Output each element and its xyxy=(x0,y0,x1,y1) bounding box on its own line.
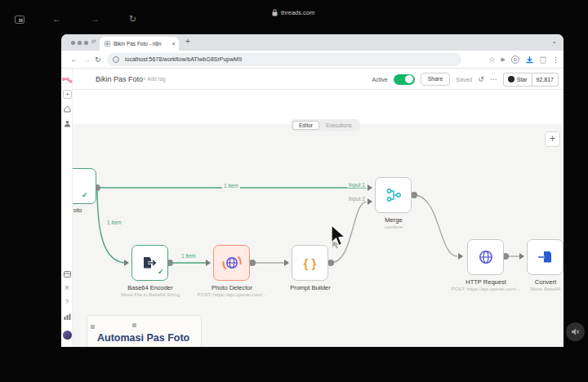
pinned-tab-icon[interactable]: ⇄ xyxy=(91,38,96,45)
add-tag-button[interactable]: + Add tag xyxy=(143,69,166,90)
globe-spinner-icon xyxy=(221,252,243,273)
add-node-button[interactable]: + xyxy=(545,131,560,147)
star-count: 92,817 xyxy=(532,73,558,86)
file-arrow-icon xyxy=(142,255,158,270)
browser-toolbar: ← → ↻ localhost:5678/workflow/bATIwbG8Sr… xyxy=(61,51,564,69)
tab-title: Bikin Pas Foto - n8n xyxy=(114,37,169,51)
pip-icon[interactable] xyxy=(15,16,24,24)
back-button[interactable]: ← xyxy=(70,51,78,69)
frame-site-indicator: threads.com xyxy=(272,9,314,16)
more-options-icon[interactable]: ⋯ xyxy=(490,75,497,83)
home-icon[interactable] xyxy=(64,105,71,113)
url-text[interactable]: localhost:5678/workflow/bATIwbG8SrPupwM9 xyxy=(125,53,242,66)
browser-window: ⇄ Bikin Pas Foto - n8n × + ⌄ ← → ↻ local… xyxy=(61,34,564,347)
merge-input1-label: Input 1 xyxy=(347,182,367,188)
frame-reload-icon[interactable]: ↻ xyxy=(129,15,136,24)
node-label: Merge xyxy=(345,216,443,224)
n8n-sidebar: + X ? xyxy=(61,69,73,347)
view-tabs: Editor Executions xyxy=(291,119,360,131)
history-icon[interactable]: ↺ xyxy=(478,75,484,83)
node-subtitle: combine xyxy=(336,224,451,229)
workflow-edges xyxy=(73,124,564,347)
add-workflow-button[interactable]: + xyxy=(63,90,72,99)
file-arrow-icon xyxy=(537,250,553,264)
sticky-note[interactable]: Automasi Pas Foto threads.com/@equan_p xyxy=(87,315,202,347)
github-star-widget[interactable]: Star 92,817 xyxy=(503,73,559,87)
window-minimize-button[interactable] xyxy=(78,41,82,45)
success-check-icon: ✓ xyxy=(82,191,88,199)
github-icon xyxy=(508,76,514,82)
tab-strip: ⇄ Bikin Pas Foto - n8n × + ⌄ xyxy=(61,34,564,51)
node-subtitle: Move Base64 xyxy=(488,286,564,291)
variables-icon[interactable]: X xyxy=(61,284,73,291)
bookmark-star-icon[interactable]: ☆ xyxy=(489,56,496,64)
merge-input2-label: Input 2 xyxy=(347,196,367,202)
trash-icon[interactable] xyxy=(540,56,546,64)
node-trigger[interactable]: ✓ xyxy=(73,168,96,204)
browser-tab[interactable]: Bikin Pas Foto - n8n × xyxy=(100,37,179,51)
mute-button[interactable] xyxy=(566,322,585,341)
lock-icon xyxy=(272,9,278,16)
node-http-request[interactable] xyxy=(467,239,504,275)
node-subtitle: POST: https://api.openai.com/... xyxy=(175,292,289,297)
n8n-app: + X ? xyxy=(61,69,564,347)
edge-item-count: 1 item xyxy=(180,253,198,259)
active-toggle[interactable] xyxy=(394,74,415,85)
star-label: Star xyxy=(517,77,528,82)
node-base64-encoder[interactable]: ✓ xyxy=(131,245,168,281)
new-tab-button[interactable]: + xyxy=(185,37,190,46)
frame-forward-icon[interactable]: → xyxy=(91,15,100,24)
node-convert-to-file[interactable] xyxy=(527,239,564,275)
help-icon[interactable]: ? xyxy=(61,298,73,305)
download-icon[interactable] xyxy=(525,56,534,64)
frame-back-icon[interactable]: ← xyxy=(52,15,61,24)
tab-close-icon[interactable]: × xyxy=(172,37,176,51)
edge-item-count: 1 item xyxy=(222,183,240,189)
node-merge[interactable] xyxy=(375,177,412,213)
tab-editor[interactable]: Editor xyxy=(292,121,319,130)
braces-icon: { } xyxy=(304,257,317,269)
mouse-cursor xyxy=(330,224,348,249)
browser-menu-icon[interactable]: ⋮ xyxy=(552,56,559,64)
node-label: Convert xyxy=(497,278,564,286)
workflow-header: Bikin Pas Foto + Add tag Active Share Sa… xyxy=(73,69,564,90)
edge-item-count: 1 item xyxy=(105,220,123,225)
video-frame: ← → ↻ threads.com ⇄ Bi xyxy=(0,0,588,382)
address-bar[interactable]: localhost:5678/workflow/bATIwbG8SrPupwM9 xyxy=(107,53,461,66)
side-panel-icon[interactable]: ▶ xyxy=(501,56,506,63)
insights-icon[interactable] xyxy=(64,313,71,320)
note-resize-handle[interactable] xyxy=(91,325,95,329)
node-prompt-builder[interactable]: { } xyxy=(292,245,328,281)
muted-speaker-icon xyxy=(571,327,580,336)
node-photo-detector[interactable] xyxy=(213,245,250,281)
workflow-canvas[interactable]: 1 item 1 item 1 item Input 1 Input 2 ✓ o… xyxy=(73,124,564,347)
note-resize-handle[interactable] xyxy=(132,323,136,327)
window-zoom-button[interactable] xyxy=(84,41,88,45)
header-actions: Active Share Saved ↺ ⋯ Star 92,817 xyxy=(372,69,559,90)
workflow-title[interactable]: Bikin Pas Foto xyxy=(96,69,143,90)
user-avatar[interactable] xyxy=(63,331,72,340)
active-label: Active xyxy=(372,77,388,82)
window-close-button[interactable] xyxy=(71,41,75,45)
toolbar-actions: ☆ ▶ D ⋮ xyxy=(489,51,559,69)
success-check-icon: ✓ xyxy=(158,268,164,276)
n8n-logo-icon xyxy=(62,77,73,84)
saved-status: Saved xyxy=(456,77,472,82)
node-label: Prompt Builder xyxy=(261,284,359,291)
node-label: oto xyxy=(73,207,127,214)
globe-icon xyxy=(478,249,494,265)
sticky-note-title: Automasi Pas Foto xyxy=(97,332,189,344)
tabstrip-dropdown-icon[interactable]: ⌄ xyxy=(551,38,557,45)
sidebar-expand-icon[interactable]: › xyxy=(67,270,69,278)
reload-button[interactable]: ↻ xyxy=(95,51,101,69)
frame-site-label: threads.com xyxy=(281,9,314,16)
tab-favicon-icon xyxy=(105,41,110,47)
extension-badge-icon[interactable]: D xyxy=(511,56,519,64)
share-button[interactable]: Share xyxy=(421,73,451,86)
tab-executions[interactable]: Executions xyxy=(319,121,359,130)
site-info-icon[interactable] xyxy=(113,56,119,63)
forward-button[interactable]: → xyxy=(82,51,91,69)
user-icon[interactable] xyxy=(64,120,71,127)
merge-icon xyxy=(385,188,402,202)
